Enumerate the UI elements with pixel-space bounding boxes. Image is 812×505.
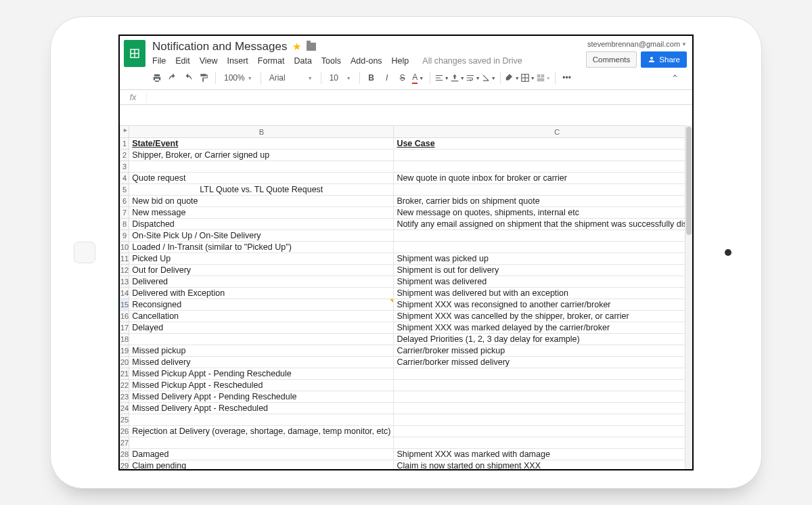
zoom-select[interactable]: 100%▼ [220,70,256,85]
tablet-home-button[interactable] [74,242,95,263]
cell-b27[interactable] [129,437,394,449]
print-icon[interactable] [150,70,164,85]
row-header-21[interactable]: 21 [120,368,129,380]
menu-file[interactable]: File [152,56,166,66]
row-header-11[interactable]: 11 [120,253,129,265]
row-header-9[interactable]: 9 [120,230,129,242]
row-header-6[interactable]: 6 [120,196,129,207]
cell-c23[interactable] [394,391,692,403]
cell-b7[interactable]: New message [129,207,394,219]
cell-b28[interactable]: Damaged [129,449,394,460]
cell-b16[interactable]: Cancellation [129,311,394,322]
row-header-28[interactable]: 28 [120,449,129,460]
strike-icon[interactable]: S [395,70,410,85]
row-header-24[interactable]: 24 [120,403,129,414]
row-header-25[interactable]: 25 [120,414,129,426]
wrap-icon[interactable]: ▼ [466,70,480,85]
cell-c15[interactable]: Shipment XXX was reconsigned to another … [394,299,692,311]
spreadsheet-grid[interactable]: B C 1State/EventUse Case2Shipper, Broker… [120,125,692,469]
cell-c5[interactable] [394,184,692,196]
folder-icon[interactable] [307,43,316,51]
cell-b11[interactable]: Picked Up [129,253,394,265]
menu-format[interactable]: Format [258,56,285,66]
cell-c26[interactable] [394,426,692,437]
cell-c12[interactable]: Shipment is out for delivery [394,265,692,276]
collapse-toolbar-icon[interactable]: ⌃ [664,73,685,83]
cell-b21[interactable]: Missed Pickup Appt - Pending Reschedule [129,368,394,380]
cell-c20[interactable]: Carrier/borker missed delivery [394,357,692,368]
cell-c11[interactable]: Shipment was picked up [394,253,692,265]
cell-b26[interactable]: Rejection at Delivery (overage, shortage… [129,426,394,437]
italic-icon[interactable]: I [380,70,394,85]
redo-icon[interactable] [181,70,196,85]
cell-b25[interactable] [129,414,394,426]
row-header-13[interactable]: 13 [120,276,129,288]
valign-icon[interactable]: ▼ [450,70,465,85]
row-header-7[interactable]: 7 [120,207,129,219]
cell-c9[interactable] [394,230,692,242]
row-header-8[interactable]: 8 [120,219,129,230]
column-header-b[interactable]: B [129,126,394,138]
cell-c18[interactable]: Delayed Priorities (1, 2, 3 day delay fo… [394,334,692,345]
menu-data[interactable]: Data [294,56,311,66]
menu-add-ons[interactable]: Add-ons [351,56,382,66]
cell-c21[interactable] [394,368,692,380]
cell-b18[interactable] [129,334,394,345]
cell-c28[interactable]: Shipment XXX was marked with damage [394,449,692,460]
paint-format-icon[interactable] [196,70,211,85]
cell-c16[interactable]: Shipment XXX was cancelled by the shippe… [394,311,692,322]
cell-b29[interactable]: Claim pending [129,460,394,470]
cell-c1[interactable]: Use Case [394,138,692,150]
undo-icon[interactable] [165,70,180,85]
cell-b20[interactable]: Missed delivery [129,357,394,368]
account-email[interactable]: stevembrennan@gmail.com ▼ [586,40,687,48]
cell-c10[interactable] [394,242,692,253]
cell-c2[interactable] [394,150,692,161]
row-header-18[interactable]: 18 [120,334,129,345]
textcolor-icon[interactable]: A▼ [411,70,426,85]
bold-icon[interactable]: B [364,70,379,85]
row-header-14[interactable]: 14 [120,288,129,299]
halign-icon[interactable]: ▼ [434,70,449,85]
rotate-icon[interactable]: ▼ [481,70,496,85]
menu-help[interactable]: Help [392,56,409,66]
row-header-12[interactable]: 12 [120,265,129,276]
formula-input[interactable] [147,93,692,102]
scrollbar-thumb[interactable] [686,127,692,235]
row-header-17[interactable]: 17 [120,322,129,334]
column-header-c[interactable]: C [394,126,692,138]
cell-c25[interactable] [394,414,692,426]
cell-b24[interactable]: Missed Delivery Appt - Rescheduled [129,403,394,414]
font-select[interactable]: Arial▼ [265,70,317,85]
row-header-19[interactable]: 19 [120,345,129,357]
cell-b19[interactable]: Missed pickup [129,345,394,357]
menu-tools[interactable]: Tools [321,56,341,66]
star-icon[interactable]: ★ [292,41,301,53]
more-icon[interactable]: ••• [560,70,574,85]
row-header-1[interactable]: 1 [120,138,129,150]
cell-c3[interactable] [394,161,692,173]
cell-c7[interactable]: New message on quotes, shipments, intern… [394,207,692,219]
cell-c14[interactable]: Shipment was delivered but with an excep… [394,288,692,299]
row-header-29[interactable]: 29 [120,460,129,470]
row-header-26[interactable]: 26 [120,426,129,437]
cell-c19[interactable]: Carrier/broker missed pickup [394,345,692,357]
cell-b22[interactable]: Missed Pickup Appt - Rescheduled [129,380,394,391]
cell-c22[interactable] [394,380,692,391]
menu-edit[interactable]: Edit [175,56,190,66]
cell-b13[interactable]: Delivered [129,276,394,288]
row-header-4[interactable]: 4 [120,173,129,184]
cell-b10[interactable]: Loaded / In-Transit (similar to "Picked … [129,242,394,253]
vertical-scrollbar[interactable] [685,125,692,469]
row-header-22[interactable]: 22 [120,380,129,391]
cell-b14[interactable]: Delivered with Exception [129,288,394,299]
borders-icon[interactable]: ▼ [520,70,535,85]
row-header-5[interactable]: 5 [120,184,129,196]
row-header-23[interactable]: 23 [120,391,129,403]
cell-c6[interactable]: Broker, carrier bids on shipment quote [394,196,692,207]
menu-insert[interactable]: Insert [227,56,248,66]
cell-b12[interactable]: Out for Delivery [129,265,394,276]
cell-b6[interactable]: New bid on quote [129,196,394,207]
row-header-20[interactable]: 20 [120,357,129,368]
row-header-15[interactable]: 15 [120,299,129,311]
